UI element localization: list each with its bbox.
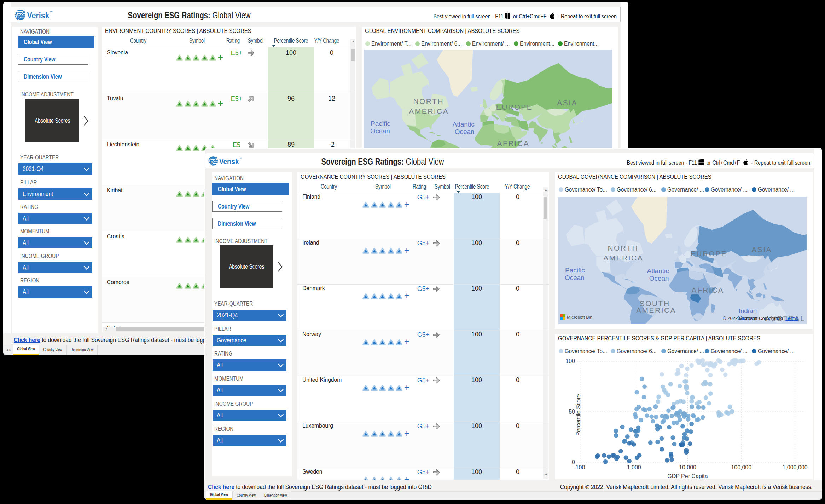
svg-text:Atlantic: Atlantic <box>453 121 475 128</box>
svg-text:NORTH: NORTH <box>413 97 444 105</box>
svg-text:Pacific: Pacific <box>371 120 390 127</box>
svg-text:AMERICA: AMERICA <box>409 107 449 115</box>
svg-text:Ocean: Ocean <box>455 128 475 135</box>
svg-text:EUROPE: EUROPE <box>496 103 533 111</box>
svg-text:™: ™ <box>50 11 53 14</box>
svg-text:Ocean: Ocean <box>370 127 390 135</box>
svg-text:ASIA: ASIA <box>557 99 577 107</box>
svg-text:AFRICA: AFRICA <box>497 139 529 147</box>
svg-text:Verisk: Verisk <box>27 11 50 20</box>
